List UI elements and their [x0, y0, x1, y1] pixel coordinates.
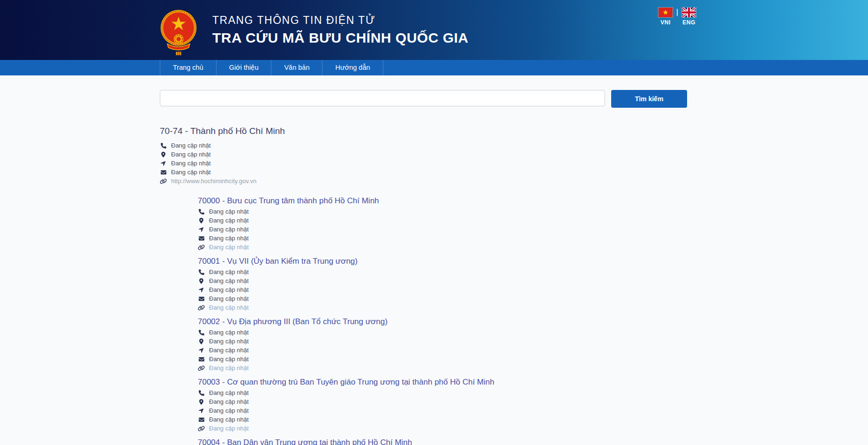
entry-detail-rows: Đang cập nhật Đang cập nhật Đang cập nhậ…	[198, 388, 708, 433]
postal-entries-list: 70000 - Bưu cục Trung tâm thành phố Hồ C…	[198, 196, 708, 445]
location-arrow-icon	[198, 287, 205, 293]
detail-row-website: Đang cập nhật	[198, 424, 708, 433]
email-value: Đang cập nhật	[209, 235, 249, 242]
detail-row-phone: Đang cập nhật	[198, 207, 708, 216]
language-separator	[677, 9, 678, 16]
postal-entry: 70000 - Bưu cục Trung tâm thành phố Hồ C…	[198, 196, 708, 252]
directions-value: Đang cập nhật	[209, 226, 249, 233]
phone-icon	[198, 390, 205, 396]
detail-row-address: Đang cập nhật	[198, 397, 708, 406]
main-nav: Trang chủGiới thiệuVăn bảnHướng dẫn	[0, 60, 868, 75]
detail-row-phone: Đang cập nhật	[198, 267, 708, 276]
envelope-icon	[160, 170, 167, 175]
email-value: Đang cập nhật	[209, 356, 249, 363]
phone-value: Đang cập nhật	[209, 389, 249, 396]
detail-row-phone: Đang cập nhật	[160, 141, 708, 150]
entry-title: 70002 - Vụ Địa phương III (Ban Tổ chức T…	[198, 317, 708, 326]
phone-value: Đang cập nhật	[209, 329, 249, 336]
phone-value: Đang cập nhật	[171, 142, 211, 149]
map-marker-icon	[198, 218, 205, 223]
search-button[interactable]: Tìm kiếm	[611, 90, 687, 108]
address-value: Đang cập nhật	[209, 338, 249, 345]
phone-icon	[198, 209, 205, 215]
detail-row-email: Đang cập nhật	[198, 234, 708, 243]
detail-row-website: Đang cập nhật	[198, 303, 708, 312]
nav-item-3[interactable]: Hướng dẫn	[322, 60, 383, 75]
nav-item-0[interactable]: Trang chủ	[160, 60, 216, 75]
vietnam-national-emblem-logo	[160, 7, 197, 57]
detail-row-address: Đang cập nhật	[160, 150, 708, 159]
postal-entry: 70004 - Ban Dân vận Trung ương tại thành…	[198, 438, 708, 445]
lang-eng[interactable]: ENG	[682, 7, 696, 26]
location-arrow-icon	[160, 161, 167, 166]
directions-value: Đang cập nhật	[209, 286, 249, 293]
address-value: Đang cập nhật	[171, 151, 211, 158]
location-arrow-icon	[198, 227, 205, 232]
province-section: 70-74 - Thành phố Hồ Chí Minh Đang cập n…	[160, 126, 708, 185]
detail-row-email: Đang cập nhật	[198, 355, 708, 363]
website-link[interactable]: Đang cập nhật	[209, 304, 249, 311]
link-icon	[198, 305, 205, 311]
link-icon	[198, 426, 205, 431]
phone-icon	[198, 330, 205, 335]
province-detail-rows: Đang cập nhật Đang cập nhật Đang cập nhậ…	[160, 141, 708, 185]
site-title-block: TRANG THÔNG TIN ĐIỆN TỬ TRA CỨU MÃ BƯU C…	[212, 14, 468, 46]
detail-row-directions: Đang cập nhật	[198, 346, 708, 355]
postal-entry: 70002 - Vụ Địa phương III (Ban Tổ chức T…	[198, 317, 708, 372]
detail-row-address: Đang cập nhật	[198, 216, 708, 225]
directions-value: Đang cập nhật	[209, 347, 249, 354]
envelope-icon	[198, 296, 205, 302]
website-link[interactable]: Đang cập nhật	[209, 425, 249, 432]
location-arrow-icon	[198, 408, 205, 414]
uk-flag-icon	[682, 7, 696, 17]
address-value: Đang cập nhật	[209, 217, 249, 224]
detail-row-email: Đang cập nhật	[198, 294, 708, 303]
website-link[interactable]: http://www.hochiminhcity.gov.vn	[171, 178, 256, 185]
envelope-icon	[198, 356, 205, 362]
lang-vni[interactable]: VNI	[658, 7, 673, 26]
nav-item-2[interactable]: Văn bản	[271, 60, 322, 75]
detail-row-directions: Đang cập nhật	[160, 159, 708, 168]
website-link[interactable]: Đang cập nhật	[209, 244, 249, 251]
website-link[interactable]: Đang cập nhật	[209, 364, 249, 371]
search-row: Tìm kiếm	[160, 90, 708, 108]
location-arrow-icon	[198, 348, 205, 353]
map-marker-icon	[198, 278, 205, 284]
address-value: Đang cập nhật	[209, 277, 249, 284]
link-icon	[198, 365, 205, 371]
email-value: Đang cập nhật	[209, 295, 249, 302]
detail-row-phone: Đang cập nhật	[198, 328, 708, 337]
detail-row-website: Đang cập nhật	[198, 243, 708, 252]
search-input[interactable]	[160, 90, 605, 106]
envelope-icon	[198, 236, 205, 241]
entry-title: 70000 - Bưu cục Trung tâm thành phố Hồ C…	[198, 196, 708, 206]
detail-row-directions: Đang cập nhật	[198, 406, 708, 415]
nav-items: Trang chủGiới thiệuVăn bảnHướng dẫn	[160, 60, 708, 75]
link-icon	[198, 245, 205, 250]
phone-icon	[160, 143, 167, 148]
directions-value: Đang cập nhật	[171, 160, 211, 167]
detail-row-email: Đang cập nhật	[160, 168, 708, 177]
detail-row-directions: Đang cập nhật	[198, 225, 708, 234]
email-value: Đang cập nhật	[171, 169, 211, 176]
entry-detail-rows: Đang cập nhật Đang cập nhật Đang cập nhậ…	[198, 328, 708, 372]
province-title: 70-74 - Thành phố Hồ Chí Minh	[160, 126, 708, 136]
envelope-icon	[198, 417, 205, 423]
vietnam-flag-icon	[658, 7, 673, 17]
nav-item-1[interactable]: Giới thiệu	[216, 60, 271, 75]
entry-detail-rows: Đang cập nhật Đang cập nhật Đang cập nhậ…	[198, 207, 708, 252]
detail-row-address: Đang cập nhật	[198, 337, 708, 346]
detail-row-address: Đang cập nhật	[198, 276, 708, 285]
map-marker-icon	[198, 399, 205, 405]
main-content: Tìm kiếm 70-74 - Thành phố Hồ Chí Minh Đ…	[160, 90, 708, 445]
postal-entry: 70003 - Cơ quan thường trú Ban Tuyên giá…	[198, 377, 708, 433]
entry-detail-rows: Đang cập nhật Đang cập nhật Đang cập nhậ…	[198, 267, 708, 312]
detail-row-email: Đang cập nhật	[198, 415, 708, 424]
phone-value: Đang cập nhật	[209, 268, 249, 275]
map-marker-icon	[198, 339, 205, 344]
detail-row-website: Đang cập nhật	[198, 363, 708, 372]
link-icon	[160, 178, 167, 184]
entry-title: 70004 - Ban Dân vận Trung ương tại thành…	[198, 438, 708, 445]
lang-vni-label: VNI	[660, 19, 671, 26]
lang-eng-label: ENG	[682, 19, 696, 26]
